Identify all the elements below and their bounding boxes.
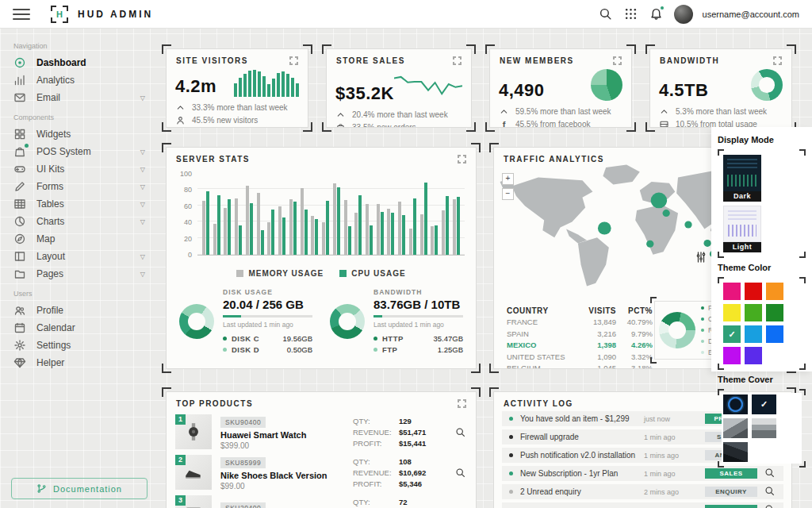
dashboard-content: SITE VISITORS4.2m33.3% more than last we… bbox=[159, 29, 812, 508]
sidebar-item-map[interactable]: Map bbox=[0, 230, 159, 248]
sidebar-item-charts[interactable]: Charts▽ bbox=[0, 213, 159, 230]
map-marker[interactable] bbox=[703, 240, 710, 247]
notifications-bell-icon[interactable] bbox=[649, 6, 665, 22]
expand-icon[interactable] bbox=[458, 399, 466, 408]
card-title: BANDWIDTH bbox=[660, 56, 719, 65]
product-stat-row: QTY:129 bbox=[353, 415, 446, 426]
expand-icon[interactable] bbox=[773, 56, 782, 65]
bar-pair bbox=[289, 199, 297, 255]
stat-label: REVENUE: bbox=[353, 428, 399, 437]
theme-color-swatch[interactable]: ✓ bbox=[723, 325, 741, 343]
cpu-bar bbox=[424, 183, 427, 256]
documentation-button[interactable]: Documentation bbox=[11, 478, 147, 499]
avatar[interactable] bbox=[674, 5, 693, 24]
bar-pair bbox=[333, 183, 340, 256]
status-dot bbox=[509, 490, 513, 494]
apps-grid-icon[interactable] bbox=[623, 6, 639, 22]
search-icon[interactable] bbox=[764, 468, 776, 479]
sidebar-item-layout[interactable]: Layout▽ bbox=[0, 248, 159, 265]
sidebar-item-helper[interactable]: Helper bbox=[0, 354, 159, 371]
sidebar-item-label: Helper bbox=[36, 357, 64, 368]
stat-info-row: 33.3% more than last week bbox=[175, 102, 299, 113]
map-marker[interactable] bbox=[651, 193, 667, 209]
analytics-icon bbox=[13, 74, 26, 87]
stat-label: REVENUE: bbox=[353, 468, 399, 477]
stat-info-row: 5.3% more than last week bbox=[659, 106, 783, 117]
chevron-down-icon: ▽ bbox=[140, 253, 145, 260]
sidebar-item-profile[interactable]: Profile bbox=[0, 302, 159, 319]
theme-color-swatch[interactable] bbox=[723, 304, 741, 321]
theme-color-swatch[interactable] bbox=[766, 325, 783, 343]
bar-pair bbox=[354, 195, 362, 255]
theme-cover-industrial[interactable] bbox=[752, 418, 776, 438]
sidebar-item-ui-kits[interactable]: UI Kits▽ bbox=[0, 160, 159, 178]
theme-color-swatch[interactable] bbox=[745, 304, 762, 321]
theme-color-swatch[interactable] bbox=[745, 347, 762, 364]
stat-sparkline-bars bbox=[234, 69, 299, 97]
expand-icon[interactable] bbox=[458, 155, 466, 164]
chevron-down-icon: ▽ bbox=[140, 201, 145, 208]
cpu-bar bbox=[435, 225, 438, 255]
stat-card-store-sales: STORE SALES$35.2K20.4% more than last we… bbox=[322, 44, 476, 132]
map-zoom-out-button[interactable]: − bbox=[502, 188, 514, 200]
sidebar-item-widgets[interactable]: Widgets bbox=[0, 125, 159, 143]
username[interactable]: username@account.com bbox=[703, 10, 799, 19]
map-marker[interactable] bbox=[663, 210, 670, 217]
sidebar-item-tables[interactable]: Tables▽ bbox=[0, 195, 159, 213]
activity-badge: ENQUIRY bbox=[705, 487, 757, 497]
theme-cover-dark-ring[interactable] bbox=[723, 394, 748, 414]
search-icon[interactable] bbox=[764, 486, 776, 498]
theme-cover-dark-plain[interactable]: ✓ bbox=[752, 394, 776, 414]
search-icon[interactable] bbox=[455, 467, 467, 479]
map-marker[interactable] bbox=[684, 221, 691, 229]
menu-toggle-icon[interactable] bbox=[13, 9, 30, 20]
map-marker[interactable] bbox=[646, 241, 653, 248]
sidebar-item-pos-system[interactable]: POS System▽ bbox=[0, 143, 159, 160]
sidebar-item-pages[interactable]: Pages▽ bbox=[0, 265, 159, 283]
map-zoom-in-button[interactable]: + bbox=[502, 173, 514, 185]
sidebar-item-label: Profile bbox=[36, 305, 63, 316]
activity-text: Push notification v2.0 installation bbox=[520, 451, 637, 460]
theme-color-swatch[interactable] bbox=[766, 304, 783, 321]
theme-color-swatch[interactable] bbox=[766, 283, 783, 300]
expand-icon[interactable] bbox=[453, 56, 462, 65]
activity-badge bbox=[705, 505, 757, 508]
cell-visits: 13,849 bbox=[580, 318, 616, 326]
product-stat-row: REVENUE:$51,471 bbox=[353, 426, 446, 437]
display-mode-light[interactable]: Light bbox=[723, 206, 761, 252]
map-settings-sliders-icon[interactable] bbox=[695, 251, 707, 264]
theme-color-swatch[interactable] bbox=[723, 283, 741, 300]
usage-legend-row: DISK D0.50GB bbox=[223, 344, 312, 355]
product-stat-row: REVENUE:$10,692 bbox=[353, 467, 446, 478]
sidebar-item-analytics[interactable]: Analytics bbox=[0, 71, 159, 89]
theme-cover-mountain[interactable] bbox=[723, 418, 748, 438]
search-icon[interactable] bbox=[455, 426, 467, 438]
pages-icon bbox=[13, 267, 26, 280]
memory-bar bbox=[354, 213, 358, 255]
theme-color-swatch[interactable] bbox=[723, 347, 741, 364]
stat-card-bandwidth: BANDWIDTH4.5TB5.3% more than last week10… bbox=[645, 44, 796, 132]
sidebar-item-label: Map bbox=[36, 233, 55, 244]
search-icon[interactable] bbox=[764, 504, 776, 508]
theme-cover-city[interactable] bbox=[723, 442, 748, 462]
map-marker[interactable] bbox=[598, 221, 611, 234]
check-icon: ✓ bbox=[723, 325, 741, 343]
theme-color-swatch[interactable] bbox=[745, 283, 762, 300]
sidebar-item-dashboard[interactable]: Dashboard bbox=[0, 54, 159, 71]
sidebar-item-forms[interactable]: Forms▽ bbox=[0, 178, 159, 195]
stat-info-text: 33.5% new orders bbox=[352, 123, 416, 128]
sku-badge: SKU90400 bbox=[220, 417, 266, 428]
display-mode-dark[interactable]: Dark bbox=[723, 155, 761, 202]
expand-icon[interactable] bbox=[289, 56, 298, 65]
sidebar-item-label: Settings bbox=[36, 340, 71, 351]
sidebar-item-calendar[interactable]: Calendar bbox=[0, 319, 159, 337]
sidebar-item-email[interactable]: Email▽ bbox=[0, 89, 159, 106]
theme-color-swatch[interactable] bbox=[745, 325, 762, 343]
memory-bar bbox=[344, 200, 347, 255]
product-list: 1SKU90400Huawei Smart Watch$399.00QTY:12… bbox=[175, 414, 467, 508]
expand-icon[interactable] bbox=[613, 56, 622, 65]
product-stat-row: PROFIT:$15,441 bbox=[353, 437, 446, 448]
sidebar-item-settings[interactable]: Settings bbox=[0, 337, 159, 354]
search-icon[interactable] bbox=[598, 6, 614, 22]
usage-item-name: DISK C bbox=[232, 334, 259, 343]
